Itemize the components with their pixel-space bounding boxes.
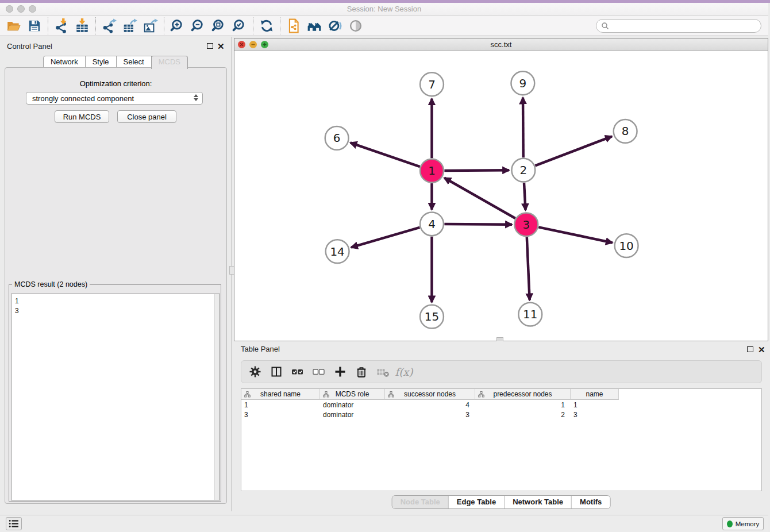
graph-node-4[interactable]: 4 (420, 212, 444, 236)
export-table-icon[interactable] (120, 17, 140, 34)
close-panel-icon[interactable]: ✕ (217, 44, 225, 49)
table-cell[interactable]: 1 (571, 400, 619, 410)
criterion-value: strongly connected component (32, 94, 134, 103)
table-row[interactable]: 1dominator411 (241, 400, 761, 410)
graph-node-6[interactable]: 6 (325, 126, 349, 150)
apply-layout-icon[interactable] (256, 17, 277, 34)
column-header-shared-name[interactable]: shared name (241, 389, 320, 400)
table-cell[interactable]: 4 (385, 400, 475, 410)
graph-node-8[interactable]: 8 (614, 119, 637, 143)
tab-network[interactable]: Network (43, 56, 86, 68)
zoom-out-icon[interactable] (188, 17, 209, 34)
task-history-icon[interactable] (6, 517, 22, 530)
table-cell[interactable]: 1 (475, 400, 571, 410)
add-icon[interactable] (331, 363, 349, 380)
column-header-MCDS-role[interactable]: MCDS role (320, 389, 385, 400)
table-cell[interactable]: 3 (385, 410, 475, 419)
table-cell[interactable]: dominator (320, 410, 385, 419)
node-label: 15 (425, 310, 439, 323)
graph-node-14[interactable]: 14 (326, 240, 349, 263)
graph-node-1[interactable]: 1 (420, 159, 444, 183)
graph-edge-2-8[interactable] (535, 136, 612, 165)
node-label: 2 (520, 164, 528, 177)
tab-motifs[interactable]: Motifs (571, 496, 610, 508)
graph-edge-1-2[interactable] (444, 170, 509, 171)
float-table-panel-icon[interactable] (747, 346, 753, 352)
table-cell[interactable]: 2 (475, 410, 571, 419)
hierarchy-icon (478, 391, 484, 398)
table-cell[interactable]: 3 (571, 410, 619, 419)
search-icon (601, 22, 609, 30)
network-graph-canvas[interactable]: 1234678910111415 (234, 51, 768, 341)
network-window-titlebar[interactable]: scc.txt (234, 38, 768, 51)
run-mcds-button[interactable]: Run MCDS (55, 110, 109, 123)
graph-node-15[interactable]: 15 (420, 305, 444, 329)
columns-icon[interactable] (267, 363, 286, 380)
tab-network-table[interactable]: Network Table (504, 496, 571, 508)
delete-icon[interactable] (352, 363, 371, 380)
export-image-icon[interactable] (140, 17, 161, 34)
select-all-icon[interactable] (288, 363, 307, 380)
tab-style[interactable]: Style (85, 56, 117, 68)
search-box[interactable] (596, 19, 761, 33)
graph-edge-3-11[interactable] (527, 237, 530, 300)
graph-node-2[interactable]: 2 (511, 159, 535, 182)
column-header-name[interactable]: name (571, 389, 619, 400)
table-cell[interactable]: dominator (320, 400, 385, 410)
graph-edge-2-3[interactable] (524, 183, 526, 210)
save-session-icon[interactable] (24, 17, 45, 34)
table-panel: Table Panel ✕ f(x) (234, 341, 768, 511)
hide-selected-icon[interactable] (325, 17, 345, 34)
mcds-result-textarea[interactable]: 1 3 (11, 294, 220, 500)
graph-edge-1-6[interactable] (351, 142, 420, 167)
application-window: Session: New Session (0, 0, 770, 532)
network-from-file-icon[interactable] (283, 17, 304, 34)
table-cell[interactable]: 1 (241, 400, 320, 410)
gear-icon[interactable] (246, 363, 264, 380)
node-label: 4 (428, 218, 436, 231)
function-icon[interactable]: f(x) (395, 363, 413, 380)
import-network-icon[interactable] (51, 17, 72, 34)
node-label: 11 (523, 308, 537, 321)
float-panel-icon[interactable] (207, 43, 213, 49)
graph-node-9[interactable]: 9 (511, 71, 534, 95)
deselect-all-icon[interactable] (310, 363, 328, 380)
title-bar: Session: New Session (0, 3, 768, 16)
result-scrollbar[interactable] (214, 294, 220, 500)
tab-mcds[interactable]: MCDS (151, 56, 188, 69)
graph-node-11[interactable]: 11 (518, 303, 542, 326)
close-table-panel-icon[interactable]: ✕ (758, 347, 765, 353)
first-neighbors-icon[interactable] (304, 17, 325, 34)
column-header-successor-nodes[interactable]: successor nodes (385, 389, 475, 400)
show-all-icon[interactable] (345, 17, 366, 34)
import-table-icon[interactable] (72, 17, 93, 34)
open-session-icon[interactable] (3, 17, 24, 34)
zoom-selected-icon[interactable] (229, 17, 250, 34)
close-panel-button[interactable]: Close panel (117, 110, 176, 123)
zoom-in-icon[interactable] (167, 17, 188, 34)
graph-edge-4-14[interactable] (351, 228, 419, 248)
graph-node-3[interactable]: 3 (514, 213, 538, 236)
zoom-fit-icon[interactable] (209, 17, 229, 34)
table-row[interactable]: 3dominator323 (241, 410, 761, 419)
criterion-select[interactable]: strongly connected component (26, 92, 203, 105)
node-table[interactable]: shared nameMCDS rolesuccessor nodesprede… (241, 388, 762, 491)
graph-edge-3-1[interactable] (444, 178, 515, 218)
memory-button[interactable]: Memory (722, 517, 764, 530)
table-toolbar: f(x) (241, 360, 762, 383)
search-input[interactable] (609, 21, 761, 31)
tab-node-table[interactable]: Node Table (392, 496, 448, 508)
table-cell[interactable]: 3 (241, 410, 320, 419)
graph-edge-2-9[interactable] (523, 98, 523, 158)
graph-node-7[interactable]: 7 (420, 72, 444, 96)
optimization-criterion-label: Optimization criterion: (5, 79, 226, 88)
tab-edge-table[interactable]: Edge Table (448, 496, 504, 508)
node-label: 3 (522, 218, 530, 232)
column-header-predecessor-nodes[interactable]: predecessor nodes (475, 389, 571, 400)
export-network-icon[interactable] (99, 17, 120, 34)
tab-select[interactable]: Select (116, 56, 152, 68)
graph-edge-3-10[interactable] (538, 227, 613, 242)
delete-table-icon[interactable] (374, 363, 392, 380)
graph-edge-4-3[interactable] (444, 224, 512, 225)
graph-node-10[interactable]: 10 (615, 234, 638, 257)
